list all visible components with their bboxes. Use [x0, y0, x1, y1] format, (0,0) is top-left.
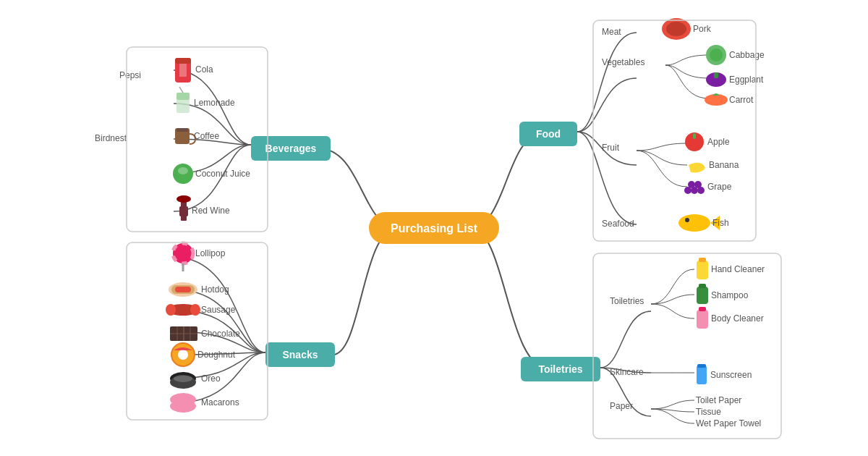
- svg-point-37: [170, 400, 196, 413]
- svg-point-50: [691, 187, 698, 194]
- svg-point-51: [684, 187, 692, 194]
- svg-rect-60: [699, 284, 706, 288]
- hand-cleaner-label: Hand Cleaner: [711, 264, 765, 274]
- svg-rect-59: [697, 287, 708, 304]
- doughnut-label: Doughnut: [197, 350, 236, 360]
- fish-label: Fish: [712, 218, 729, 228]
- svg-point-52: [697, 187, 705, 194]
- svg-rect-47: [693, 133, 696, 139]
- apple-label: Apple: [707, 137, 730, 147]
- carrot-label: Carrot: [729, 95, 754, 105]
- pork-label: Pork: [693, 24, 712, 34]
- svg-point-23: [190, 304, 200, 316]
- svg-rect-62: [699, 307, 706, 311]
- birdnest-label: Birdnest: [95, 133, 127, 143]
- lemonade-label: Lemonade: [194, 98, 235, 108]
- svg-point-40: [666, 22, 686, 36]
- toiletries-sub-label: Toiletries: [610, 296, 644, 306]
- toiletries-label: Toiletries: [538, 363, 582, 375]
- mindmap: Purchasing List Beverages Pepsi Cola Lem…: [0, 0, 868, 456]
- cabbage-label: Cabbage: [729, 50, 765, 60]
- svg-rect-13: [179, 206, 188, 216]
- meat-label: Meat: [602, 27, 621, 37]
- svg-rect-8: [176, 128, 188, 132]
- sunscreen-label: Sunscreen: [710, 370, 752, 380]
- svg-rect-61: [697, 310, 708, 329]
- paper-label: Paper: [610, 401, 633, 411]
- cola-label: Cola: [195, 64, 213, 75]
- shampoo-label: Shampoo: [711, 290, 749, 300]
- svg-point-55: [685, 218, 689, 222]
- grape-label: Grape: [707, 182, 732, 192]
- svg-rect-44: [714, 72, 718, 78]
- svg-rect-64: [697, 364, 706, 368]
- oreo-label: Oreo: [201, 373, 221, 384]
- macarons-label: Macarons: [201, 397, 239, 408]
- coconut-juice-label: Coconut Juice: [195, 169, 250, 179]
- wet-paper-towel-label: Wet Paper Towel: [696, 418, 761, 428]
- toilet-paper-label: Toilet Paper: [696, 395, 741, 405]
- eggplant-label: Eggplant: [729, 75, 764, 85]
- body-cleaner-label: Body Cleaner: [711, 313, 764, 324]
- red-wine-label: Red Wine: [192, 206, 230, 216]
- chocolate-label: Chocolate: [201, 329, 240, 339]
- coffee-label: Coffee: [194, 131, 219, 141]
- lollipop-label: Lollipop: [195, 248, 226, 258]
- tissue-label: Tissue: [696, 407, 721, 417]
- svg-rect-57: [697, 261, 708, 279]
- svg-point-45: [705, 94, 728, 106]
- beverages-label: Beverages: [265, 143, 317, 154]
- svg-rect-63: [697, 366, 707, 384]
- seafood-label: Seafood: [602, 219, 634, 229]
- svg-rect-2: [175, 58, 191, 64]
- svg-point-10: [178, 167, 188, 174]
- food-label: Food: [536, 128, 561, 140]
- svg-point-42: [710, 48, 723, 62]
- svg-point-22: [166, 304, 176, 316]
- snacks-label: Snacks: [282, 349, 318, 360]
- svg-rect-5: [176, 93, 190, 100]
- svg-point-12: [176, 195, 191, 203]
- svg-rect-20: [175, 287, 191, 292]
- svg-point-53: [678, 214, 710, 232]
- hotdog-label: Hotdog: [201, 284, 229, 295]
- banana-label: Banana: [709, 160, 739, 170]
- vegetables-label: Vegetables: [602, 57, 644, 67]
- svg-rect-58: [699, 258, 706, 262]
- svg-point-34: [174, 375, 192, 382]
- svg-rect-3: [179, 64, 187, 77]
- pepsi-label: Pepsi: [119, 70, 141, 80]
- center-label: Purchasing List: [391, 222, 478, 235]
- fruit-label: Fruit: [602, 143, 620, 153]
- svg-point-30: [178, 350, 188, 360]
- skincare-label: Skincare: [610, 367, 644, 377]
- sausage-label: Sausage: [201, 305, 236, 315]
